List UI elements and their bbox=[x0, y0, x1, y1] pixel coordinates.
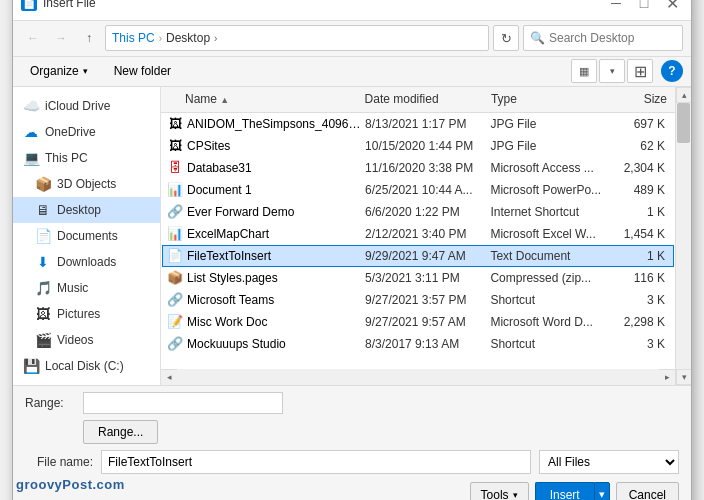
breadcrumb-pc[interactable]: This PC bbox=[112, 31, 155, 45]
column-size[interactable]: Size bbox=[613, 92, 675, 106]
sidebar-item-3dobjects[interactable]: 📦 3D Objects bbox=[13, 171, 160, 197]
scroll-thumb[interactable] bbox=[677, 103, 690, 143]
file-name: ANIDOM_TheSimpsons_4096x2160_01 bbox=[187, 117, 365, 131]
table-row[interactable]: 🗄 Database31 11/16/2020 3:38 PM Microsof… bbox=[162, 157, 674, 179]
refresh-button[interactable]: ↻ bbox=[493, 25, 519, 51]
downloads-icon: ⬇ bbox=[35, 254, 51, 270]
tools-button[interactable]: Tools ▾ bbox=[470, 482, 529, 501]
table-row[interactable]: 📊 ExcelMapChart 2/12/2021 3:40 PM Micros… bbox=[162, 223, 674, 245]
search-input[interactable] bbox=[549, 31, 699, 45]
scroll-track[interactable] bbox=[676, 103, 691, 369]
desktop-icon: 🖥 bbox=[35, 202, 51, 218]
tools-chevron-icon: ▾ bbox=[513, 490, 518, 500]
file-size: 2,304 K bbox=[611, 161, 673, 175]
sidebar-item-onedrive[interactable]: ☁ OneDrive bbox=[13, 119, 160, 145]
back-button[interactable]: ← bbox=[21, 26, 45, 50]
file-size: 116 K bbox=[611, 271, 673, 285]
table-row[interactable]: 📝 Misc Work Doc 9/27/2021 9:57 AM Micros… bbox=[162, 311, 674, 333]
file-date: 2/12/2021 3:40 PM bbox=[365, 227, 490, 241]
file-size: 2,298 K bbox=[611, 315, 673, 329]
organize-button[interactable]: Organize ▾ bbox=[21, 59, 97, 83]
insert-button-group: Insert ▾ bbox=[535, 482, 610, 501]
tools-label: Tools bbox=[481, 488, 509, 501]
sidebar-item-icloud[interactable]: ☁️ iCloud Drive bbox=[13, 93, 160, 119]
insert-dropdown-button[interactable]: ▾ bbox=[594, 482, 610, 501]
sidebar-label-localdisk: Local Disk (C:) bbox=[45, 359, 124, 373]
table-row[interactable]: 🖼 CPSites 10/15/2020 1:44 PM JPG File 62… bbox=[162, 135, 674, 157]
scroll-left-button[interactable]: ◂ bbox=[161, 369, 177, 385]
breadcrumb-chevron: › bbox=[214, 33, 217, 44]
sidebar-label-videos: Videos bbox=[57, 333, 93, 347]
table-row[interactable]: 🔗 Mockuuups Studio 8/3/2017 9:13 AM Shor… bbox=[162, 333, 674, 355]
vertical-scrollbar[interactable]: ▴ ▾ bbox=[675, 87, 691, 385]
file-size: 489 K bbox=[611, 183, 673, 197]
help-button[interactable]: ? bbox=[661, 60, 683, 82]
dialog-title: Insert File bbox=[43, 0, 599, 10]
sidebar-item-pictures[interactable]: 🖼 Pictures bbox=[13, 301, 160, 327]
sidebar-label-pictures: Pictures bbox=[57, 307, 100, 321]
sidebar-item-documents[interactable]: 📄 Documents bbox=[13, 223, 160, 249]
icloud-icon: ☁️ bbox=[23, 98, 39, 114]
sidebar-item-localdisk[interactable]: 💾 Local Disk (C:) bbox=[13, 353, 160, 379]
horizontal-scrollbar[interactable]: ◂ ▸ bbox=[161, 369, 675, 385]
range-button[interactable]: Range... bbox=[83, 420, 158, 444]
scroll-track[interactable] bbox=[177, 369, 659, 385]
file-panel: Name ▲ Date modified Type Size 🖼 ANIDOM_… bbox=[161, 87, 675, 385]
view-list-button[interactable]: ⊞ bbox=[627, 59, 653, 83]
range-input[interactable] bbox=[83, 392, 283, 414]
column-name[interactable]: Name ▲ bbox=[161, 92, 365, 106]
sidebar: ☁️ iCloud Drive ☁ OneDrive 💻 This PC 📦 3… bbox=[13, 87, 161, 385]
file-date: 9/27/2021 3:57 PM bbox=[365, 293, 490, 307]
insert-file-dialog: 📄 Insert File ─ □ ✕ ← → ↑ This PC › Desk… bbox=[12, 0, 692, 500]
table-row[interactable]: 📦 List Styles.pages 5/3/2021 3:11 PM Com… bbox=[162, 267, 674, 289]
file-type: Microsoft PowerPo... bbox=[490, 183, 611, 197]
sidebar-item-thispc[interactable]: 💻 This PC bbox=[13, 145, 160, 171]
file-size: 1,454 K bbox=[611, 227, 673, 241]
view-grid-button[interactable]: ▦ bbox=[571, 59, 597, 83]
file-type: Microsoft Access ... bbox=[490, 161, 611, 175]
new-folder-button[interactable]: New folder bbox=[105, 59, 180, 83]
cancel-button[interactable]: Cancel bbox=[616, 482, 679, 501]
scroll-right-button[interactable]: ▸ bbox=[659, 369, 675, 385]
file-type: Internet Shortcut bbox=[490, 205, 611, 219]
forward-button[interactable]: → bbox=[49, 26, 73, 50]
table-row[interactable]: 🔗 Ever Forward Demo 6/6/2020 1:22 PM Int… bbox=[162, 201, 674, 223]
file-type: Microsoft Excel W... bbox=[490, 227, 611, 241]
table-row[interactable]: 🖼 ANIDOM_TheSimpsons_4096x2160_01 8/13/2… bbox=[162, 113, 674, 135]
localdisk-icon: 💾 bbox=[23, 358, 39, 374]
file-icon: 📦 bbox=[163, 270, 187, 285]
sidebar-item-music[interactable]: 🎵 Music bbox=[13, 275, 160, 301]
breadcrumb: This PC › Desktop › bbox=[105, 25, 489, 51]
scroll-down-button[interactable]: ▾ bbox=[676, 369, 691, 385]
sidebar-label-documents: Documents bbox=[57, 229, 118, 243]
close-button[interactable]: ✕ bbox=[661, 0, 683, 14]
sidebar-item-videos[interactable]: 🎬 Videos bbox=[13, 327, 160, 353]
minimize-button[interactable]: ─ bbox=[605, 0, 627, 14]
sidebar-label-downloads: Downloads bbox=[57, 255, 116, 269]
filename-input[interactable] bbox=[101, 450, 531, 474]
sidebar-label-icloud: iCloud Drive bbox=[45, 99, 110, 113]
scroll-up-button[interactable]: ▴ bbox=[676, 87, 691, 103]
file-type: JPG File bbox=[490, 117, 611, 131]
sidebar-item-desktop[interactable]: 🖥 Desktop bbox=[13, 197, 160, 223]
insert-button[interactable]: Insert bbox=[535, 482, 594, 501]
table-row[interactable]: 🔗 Microsoft Teams 9/27/2021 3:57 PM Shor… bbox=[162, 289, 674, 311]
column-date[interactable]: Date modified bbox=[365, 92, 491, 106]
table-row[interactable]: 📄 FileTextToInsert 9/29/2021 9:47 AM Tex… bbox=[162, 245, 674, 267]
file-name: FileTextToInsert bbox=[187, 249, 365, 263]
table-row[interactable]: 📊 Document 1 6/25/2021 10:44 A... Micros… bbox=[162, 179, 674, 201]
file-name: List Styles.pages bbox=[187, 271, 365, 285]
sidebar-item-downloads[interactable]: ⬇ Downloads bbox=[13, 249, 160, 275]
column-type[interactable]: Type bbox=[491, 92, 613, 106]
view-dropdown-button[interactable]: ▾ bbox=[599, 59, 625, 83]
breadcrumb-desktop[interactable]: Desktop bbox=[166, 31, 210, 45]
search-icon: 🔍 bbox=[530, 31, 545, 45]
file-size: 1 K bbox=[611, 205, 673, 219]
view-buttons: ▦ ▾ ⊞ bbox=[571, 59, 653, 83]
organize-chevron-icon: ▾ bbox=[83, 66, 88, 76]
up-button[interactable]: ↑ bbox=[77, 26, 101, 50]
file-name: Ever Forward Demo bbox=[187, 205, 365, 219]
maximize-button[interactable]: □ bbox=[633, 0, 655, 14]
filetype-select[interactable]: All Files Text Files (*.txt) Word Docume… bbox=[539, 450, 679, 474]
new-folder-label: New folder bbox=[114, 64, 171, 78]
